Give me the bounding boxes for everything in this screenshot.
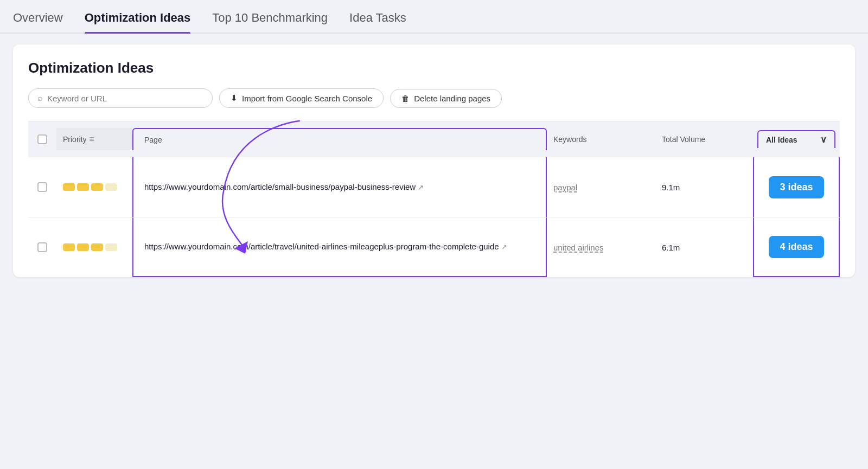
- table-row: https://www.yourdomain.com/article/small…: [28, 157, 840, 217]
- th-keywords-label: Keywords: [553, 135, 586, 144]
- priority-dot-2: [77, 243, 89, 251]
- optimization-ideas-card: Optimization Ideas ⌕ ⬇ Import from Googl…: [13, 44, 855, 277]
- priority-dot-4: [105, 183, 117, 191]
- row1-page-cell: https://www.yourdomain.com/article/small…: [132, 157, 547, 217]
- row2-checkbox[interactable]: [37, 242, 47, 252]
- toolbar: ⌕ ⬇ Import from Google Search Console 🗑 …: [28, 88, 840, 108]
- th-all-ideas-label: All Ideas: [766, 136, 797, 144]
- row2-page-url: https://www.yourdomain.com/article/trave…: [144, 240, 499, 253]
- priority-dot-1: [63, 243, 75, 251]
- external-link-icon[interactable]: ↗: [418, 183, 424, 191]
- row1-ideas-cell: 3 ideas: [753, 157, 840, 217]
- search-input[interactable]: [47, 94, 203, 103]
- top-navigation: Overview Optimization Ideas Top 10 Bench…: [0, 0, 868, 34]
- priority-dot-2: [77, 183, 89, 191]
- row2-keyword[interactable]: united airlines: [553, 243, 604, 252]
- row1-ideas-badge[interactable]: 3 ideas: [769, 176, 824, 198]
- import-google-search-console-button[interactable]: ⬇ Import from Google Search Console: [219, 88, 384, 108]
- th-keywords: Keywords: [547, 128, 655, 150]
- delete-label: Delete landing pages: [414, 94, 490, 103]
- filter-icon: ≡: [90, 134, 94, 144]
- chevron-down-icon: ∨: [820, 134, 827, 145]
- row2-checkbox-cell: [28, 233, 56, 262]
- row2-ideas-badge[interactable]: 4 ideas: [769, 236, 824, 258]
- row1-volume-cell: 9.1m: [655, 173, 753, 202]
- priority-dot-1: [63, 183, 75, 191]
- tab-idea-tasks[interactable]: Idea Tasks: [349, 0, 406, 33]
- row1-keyword-cell: paypal: [547, 173, 655, 202]
- th-volume-label: Total Volume: [662, 135, 705, 144]
- import-label: Import from Google Search Console: [242, 94, 372, 103]
- row1-checkbox[interactable]: [37, 182, 47, 192]
- th-all-ideas[interactable]: All Ideas ∨: [753, 128, 840, 150]
- row2-volume: 6.1m: [662, 243, 680, 252]
- card-title: Optimization Ideas: [28, 60, 840, 76]
- row1-checkbox-cell: [28, 172, 56, 202]
- th-priority[interactable]: Priority ≡: [56, 128, 132, 150]
- row1-volume: 9.1m: [662, 183, 680, 192]
- row2-page-cell: https://www.yourdomain.com/article/trave…: [132, 217, 547, 277]
- row2-volume-cell: 6.1m: [655, 233, 753, 262]
- search-box[interactable]: ⌕: [28, 88, 213, 108]
- delete-icon: 🗑: [401, 94, 410, 103]
- th-total-volume: Total Volume: [655, 128, 753, 150]
- table-header: Priority ≡ Page Keywords Total Volume: [28, 121, 840, 157]
- search-icon: ⌕: [37, 93, 43, 103]
- row2-keyword-cell: united airlines: [547, 233, 655, 262]
- row1-priority: [56, 174, 132, 201]
- row1-page-url: https://www.yourdomain.com/article/small…: [144, 181, 416, 194]
- import-icon: ⬇: [231, 93, 238, 103]
- th-page: Page: [132, 128, 547, 150]
- th-checkbox: [28, 128, 56, 150]
- tab-optimization-ideas[interactable]: Optimization Ideas: [85, 0, 191, 33]
- row1-keyword[interactable]: paypal: [553, 183, 577, 192]
- row2-ideas-cell: 4 ideas: [753, 217, 840, 277]
- row2-priority: [56, 234, 132, 261]
- priority-dot-3: [91, 183, 103, 191]
- delete-landing-pages-button[interactable]: 🗑 Delete landing pages: [390, 89, 502, 108]
- header-checkbox[interactable]: [37, 134, 47, 144]
- table-row: https://www.yourdomain.com/article/trave…: [28, 217, 840, 277]
- external-link-icon[interactable]: ↗: [501, 243, 507, 251]
- tab-overview[interactable]: Overview: [13, 0, 63, 33]
- tab-top10-benchmarking[interactable]: Top 10 Benchmarking: [212, 0, 328, 33]
- priority-dot-3: [91, 243, 103, 251]
- priority-dot-4: [105, 243, 117, 251]
- main-content: Optimization Ideas ⌕ ⬇ Import from Googl…: [0, 34, 868, 288]
- ideas-table: Priority ≡ Page Keywords Total Volume: [28, 121, 840, 277]
- th-priority-label: Priority: [63, 135, 87, 144]
- th-page-label: Page: [144, 136, 162, 144]
